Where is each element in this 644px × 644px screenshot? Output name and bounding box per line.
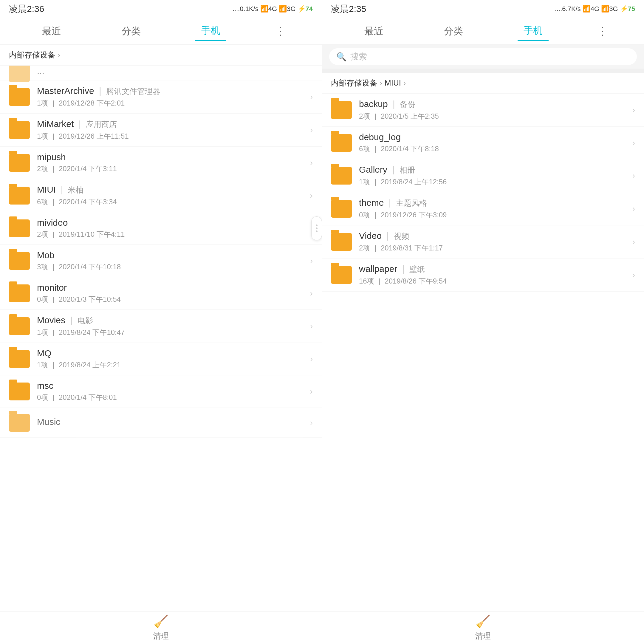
left-folder-meta-mq: 1项 | 2019/8/24 上午2:21 xyxy=(37,360,310,370)
right-search-inner: 🔍 搜索 xyxy=(329,48,637,65)
left-nav-more[interactable]: ⋮ xyxy=(275,25,286,38)
left-folder-info-miui: MIUI | 米柚 6项 | 2020/1/4 下午3:34 xyxy=(37,185,310,207)
left-arrow-msc: › xyxy=(310,387,313,396)
right-bottom-bar: 🧹 清理 xyxy=(322,611,644,644)
left-folder-meta-mivideo: 2项 | 2019/11/10 下午4:11 xyxy=(37,230,313,239)
right-arrow-gallery: › xyxy=(632,171,635,180)
left-folder-item-mipush[interactable]: mipush 2项 | 2020/1/4 下午3:11 › xyxy=(0,147,322,179)
right-folder-item-gallery[interactable]: Gallery | 相册 1项 | 2019/8/24 上午12:56 › xyxy=(322,159,644,192)
right-arrow-backup: › xyxy=(632,105,635,115)
left-folder-meta-mimarket: 1项 | 2019/12/26 上午11:51 xyxy=(37,131,310,141)
left-folder-item-masterarchive[interactable]: MasterArchive | 腾讯文件管理器 1项 | 2019/12/28 … xyxy=(0,81,322,114)
left-folder-item-miui[interactable]: MIUI | 米柚 6项 | 2020/1/4 下午3:34 › xyxy=(0,179,322,212)
right-search-placeholder[interactable]: 搜索 xyxy=(350,51,367,62)
left-folder-info-mivideo: mivideo 2项 | 2019/11/10 下午4:11 xyxy=(37,218,313,239)
left-folder-name-mipush: mipush xyxy=(37,152,310,162)
right-folder-item-debuglog[interactable]: debug_log 6项 | 2020/1/4 下午8:18 › xyxy=(322,127,644,159)
left-nav-recent[interactable]: 最近 xyxy=(36,22,67,41)
left-breadcrumb-root[interactable]: 内部存储设备 xyxy=(9,50,55,60)
left-signal-text: ....0.1K/s xyxy=(233,5,258,13)
right-nav-category[interactable]: 分类 xyxy=(438,22,469,41)
right-folder-info-wallpaper: wallpaper | 壁纸 16项 | 2019/8/26 下午9:54 xyxy=(359,264,632,286)
right-breadcrumb: 内部存储设备 › MIUI › xyxy=(322,73,644,94)
scroll-divider-indicator[interactable] xyxy=(311,216,322,240)
right-breadcrumb-root[interactable]: 内部存储设备 xyxy=(331,78,377,88)
left-clean-icon: 🧹 xyxy=(154,614,168,628)
left-status-icons: ....0.1K/s 📶4G 📶3G ⚡74 xyxy=(233,5,313,13)
left-folder-icon-msc xyxy=(9,383,30,400)
left-folder-icon-music xyxy=(9,414,30,432)
left-folder-name-miui: MIUI | 米柚 xyxy=(37,185,310,195)
right-search-icon: 🔍 xyxy=(336,52,347,62)
left-clean-label: 清理 xyxy=(153,631,169,641)
left-nav-category[interactable]: 分类 xyxy=(116,22,147,41)
left-folder-name-mimarket: MiMarket | 应用商店 xyxy=(37,119,310,130)
left-folder-meta-msc: 0项 | 2020/1/4 下午8:01 xyxy=(37,393,310,402)
right-battery: ⚡75 xyxy=(620,5,635,13)
right-divider xyxy=(322,69,644,73)
left-folder-info-mob: Mob 3项 | 2020/1/4 下午10:18 xyxy=(37,250,310,272)
left-folder-name-movies: Movies | 电影 xyxy=(37,315,310,326)
right-folder-item-video[interactable]: Video | 视频 2项 | 2019/8/31 下午1:17 › xyxy=(322,225,644,258)
left-folder-name-mob: Mob xyxy=(37,250,310,260)
left-folder-name-mq: MQ xyxy=(37,348,310,358)
left-folder-item-mq[interactable]: MQ 1项 | 2019/8/24 上午2:21 › xyxy=(0,343,322,375)
right-network-icons: 📶4G 📶3G xyxy=(583,5,618,13)
left-folder-icon-truncated xyxy=(9,66,30,82)
left-folder-icon-miui xyxy=(9,187,30,205)
right-folder-item-wallpaper[interactable]: wallpaper | 壁纸 16项 | 2019/8/26 下午9:54 › xyxy=(322,258,644,292)
left-folder-item-monitor[interactable]: monitor 0项 | 2020/1/3 下午10:54 › xyxy=(0,277,322,310)
left-arrow-movies: › xyxy=(310,321,313,331)
right-nav-phone[interactable]: 手机 xyxy=(518,21,549,41)
right-folder-name-theme: theme | 主题风格 xyxy=(359,198,632,208)
left-folder-item-music[interactable]: Music › xyxy=(0,408,322,438)
left-arrow-masterarchive: › xyxy=(310,92,313,102)
left-breadcrumb: 内部存储设备 › xyxy=(0,45,322,66)
right-folder-meta-video: 2项 | 2019/8/31 下午1:17 xyxy=(359,243,632,253)
left-folder-item-mivideo[interactable]: mivideo 2项 | 2019/11/10 下午4:11 xyxy=(0,212,322,245)
left-folder-meta-miui: 6项 | 2020/1/4 下午3:34 xyxy=(37,197,310,207)
left-bottom-bar: 🧹 清理 xyxy=(0,611,322,644)
right-clean-button[interactable]: 🧹 清理 xyxy=(475,614,491,641)
right-folder-info-video: Video | 视频 2项 | 2019/8/31 下午1:17 xyxy=(359,231,632,253)
right-folder-item-theme[interactable]: theme | 主题风格 0项 | 2019/12/26 下午3:09 › xyxy=(322,192,644,225)
left-folder-meta-masterarchive: 1项 | 2019/12/28 下午2:01 xyxy=(37,98,310,108)
right-status-icons: ....6.7K/s 📶4G 📶3G ⚡75 xyxy=(555,5,635,13)
left-clean-button[interactable]: 🧹 清理 xyxy=(153,614,169,641)
left-status-time: 凌晨2:36 xyxy=(9,3,44,15)
right-breadcrumb-sep1: › xyxy=(380,79,382,87)
right-phone-panel: 凌晨2:35 ....6.7K/s 📶4G 📶3G ⚡75 最近 分类 手机 ⋮… xyxy=(322,0,644,644)
left-arrow-mimarket: › xyxy=(310,125,313,135)
left-network-icons: 📶4G 📶3G xyxy=(260,5,296,13)
left-folder-name-monitor: monitor xyxy=(37,283,310,293)
right-folder-meta-theme: 0项 | 2019/12/26 下午3:09 xyxy=(359,210,632,220)
left-folder-name-music: Music xyxy=(37,417,310,427)
left-folder-item-msc[interactable]: msc 0项 | 2020/1/4 下午8:01 › xyxy=(0,375,322,408)
left-battery: ⚡74 xyxy=(298,5,313,13)
right-status-time: 凌晨2:35 xyxy=(331,3,366,15)
right-folder-item-backup[interactable]: backup | 备份 2项 | 2020/1/5 上午2:35 › xyxy=(322,94,644,127)
right-folder-icon-debuglog xyxy=(331,134,352,152)
right-folder-info-gallery: Gallery | 相册 1项 | 2019/8/24 上午12:56 xyxy=(359,165,632,187)
right-folder-icon-theme xyxy=(331,200,352,218)
right-arrow-debuglog: › xyxy=(632,138,635,148)
left-nav-phone[interactable]: 手机 xyxy=(195,21,226,41)
left-folder-icon-mq xyxy=(9,350,30,368)
left-folder-info-movies: Movies | 电影 1项 | 2019/8/24 下午10:47 xyxy=(37,315,310,337)
right-folder-icon-wallpaper xyxy=(331,266,352,284)
left-folder-item-mimarket[interactable]: MiMarket | 应用商店 1项 | 2019/12/26 上午11:51 … xyxy=(0,114,322,147)
right-folder-info-theme: theme | 主题风格 0项 | 2019/12/26 下午3:09 xyxy=(359,198,632,220)
right-folder-name-wallpaper: wallpaper | 壁纸 xyxy=(359,264,632,275)
left-phone-panel: 凌晨2:36 ....0.1K/s 📶4G 📶3G ⚡74 最近 分类 手机 ⋮… xyxy=(0,0,322,644)
left-folder-item-movies[interactable]: Movies | 电影 1项 | 2019/8/24 下午10:47 › xyxy=(0,310,322,343)
right-breadcrumb-sub[interactable]: MIUI xyxy=(385,78,401,88)
left-nav-bar: 最近 分类 手机 ⋮ xyxy=(0,18,322,45)
right-nav-recent[interactable]: 最近 xyxy=(358,22,389,41)
left-folder-icon-mob xyxy=(9,252,30,270)
left-breadcrumb-sep: › xyxy=(58,51,60,59)
left-folder-item-mob[interactable]: Mob 3项 | 2020/1/4 下午10:18 › xyxy=(0,245,322,277)
left-folder-icon-mipush xyxy=(9,154,30,172)
left-arrow-mipush: › xyxy=(310,158,313,168)
right-nav-bar: 最近 分类 手机 ⋮ xyxy=(322,18,644,45)
right-nav-more[interactable]: ⋮ xyxy=(597,25,608,38)
